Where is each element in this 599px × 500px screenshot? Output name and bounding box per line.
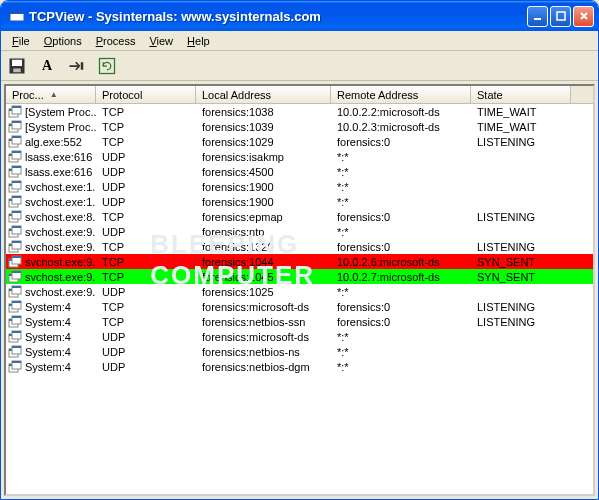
cell-local: forensics:1038: [196, 106, 331, 118]
cell-process: svchost.exe:1...: [6, 195, 96, 209]
save-button[interactable]: [7, 56, 27, 76]
cell-state: LISTENING: [471, 241, 571, 253]
column-header-row: Proc...▲ Protocol Local Address Remote A…: [6, 86, 593, 104]
table-row[interactable]: lsass.exe:616UDPforensics:4500*:*: [6, 164, 593, 179]
cell-process: System:4: [6, 300, 96, 314]
table-row[interactable]: System:4TCPforensics:microsoft-dsforensi…: [6, 299, 593, 314]
process-icon: [8, 135, 22, 149]
column-header-state[interactable]: State: [471, 86, 571, 103]
client-area: Proc...▲ Protocol Local Address Remote A…: [1, 81, 598, 499]
cell-protocol: TCP: [96, 316, 196, 328]
cell-protocol: UDP: [96, 226, 196, 238]
process-icon: [8, 360, 22, 374]
menu-options[interactable]: Options: [37, 33, 89, 49]
process-icon: [8, 180, 22, 194]
table-row[interactable]: alg.exe:552TCPforensics:1029forensics:0L…: [6, 134, 593, 149]
cell-process: svchost.exe:9...: [6, 255, 96, 269]
cell-protocol: TCP: [96, 241, 196, 253]
cell-protocol: UDP: [96, 166, 196, 178]
cell-remote: forensics:0: [331, 136, 471, 148]
svg-rect-28: [12, 166, 21, 168]
cell-remote: *:*: [331, 151, 471, 163]
cell-protocol: TCP: [96, 301, 196, 313]
cell-local: forensics:netbios-ns: [196, 346, 331, 358]
cell-local: forensics:ntp: [196, 226, 331, 238]
window-controls: [527, 6, 594, 27]
svg-rect-7: [81, 62, 84, 70]
minimize-button[interactable]: [527, 6, 548, 27]
cell-local: forensics:netbios-dgm: [196, 361, 331, 373]
cell-process: lsass.exe:616: [6, 150, 96, 164]
cell-remote: *:*: [331, 346, 471, 358]
cell-remote: forensics:0: [331, 301, 471, 313]
svg-rect-12: [12, 106, 21, 108]
cell-protocol: UDP: [96, 151, 196, 163]
cell-process: System:4: [6, 315, 96, 329]
table-row[interactable]: svchost.exe:1...UDPforensics:1900*:*: [6, 179, 593, 194]
table-row[interactable]: svchost.exe:1...UDPforensics:1900*:*: [6, 194, 593, 209]
connect-button[interactable]: [67, 56, 87, 76]
table-row[interactable]: System:4UDPforensics:netbios-dgm*:*: [6, 359, 593, 374]
cell-process: svchost.exe:9...: [6, 270, 96, 284]
process-icon: [8, 345, 22, 359]
cell-process: [System Proc...: [6, 120, 96, 134]
refresh-button[interactable]: [97, 56, 117, 76]
cell-process: svchost.exe:9...: [6, 225, 96, 239]
column-header-remote[interactable]: Remote Address: [331, 86, 471, 103]
cell-remote: 10.0.2.2:microsoft-ds: [331, 106, 471, 118]
app-icon: [9, 8, 25, 24]
table-row[interactable]: svchost.exe:9...TCPforensics:104410.0.2.…: [6, 254, 593, 269]
connect-icon: [67, 56, 87, 76]
table-row[interactable]: svchost.exe:8...TCPforensics:epmapforens…: [6, 209, 593, 224]
cell-local: forensics:1039: [196, 121, 331, 133]
table-row[interactable]: svchost.exe:9...TCPforensics:1320forensi…: [6, 239, 593, 254]
svg-rect-16: [12, 121, 21, 123]
process-icon: [8, 165, 22, 179]
cell-protocol: UDP: [96, 331, 196, 343]
table-row[interactable]: svchost.exe:9...UDPforensics:1025*:*: [6, 284, 593, 299]
svg-rect-64: [12, 301, 21, 303]
table-row[interactable]: System:4UDPforensics:netbios-ns*:*: [6, 344, 593, 359]
table-row[interactable]: System:4TCPforensics:netbios-ssnforensic…: [6, 314, 593, 329]
menu-view[interactable]: View: [142, 33, 180, 49]
cell-remote: *:*: [331, 196, 471, 208]
maximize-button[interactable]: [550, 6, 571, 27]
cell-protocol: UDP: [96, 346, 196, 358]
table-row[interactable]: [System Proc...TCPforensics:103910.0.2.3…: [6, 119, 593, 134]
column-header-protocol[interactable]: Protocol: [96, 86, 196, 103]
menu-process[interactable]: Process: [89, 33, 143, 49]
svg-rect-3: [557, 12, 565, 20]
cell-state: LISTENING: [471, 301, 571, 313]
connections-listview[interactable]: Proc...▲ Protocol Local Address Remote A…: [4, 84, 595, 496]
cell-local: forensics:1044: [196, 256, 331, 268]
svg-rect-68: [12, 316, 21, 318]
column-header-local[interactable]: Local Address: [196, 86, 331, 103]
cell-protocol: TCP: [96, 211, 196, 223]
window-title: TCPView - Sysinternals: www.sysinternals…: [29, 9, 527, 24]
cell-local: forensics:microsoft-ds: [196, 301, 331, 313]
close-button[interactable]: [573, 6, 594, 27]
process-icon: [8, 240, 22, 254]
titlebar[interactable]: TCPView - Sysinternals: www.sysinternals…: [1, 1, 598, 31]
font-button[interactable]: A: [37, 56, 57, 76]
cell-protocol: UDP: [96, 181, 196, 193]
cell-state: TIME_WAIT: [471, 106, 571, 118]
column-header-process[interactable]: Proc...▲: [6, 86, 96, 103]
menu-help[interactable]: Help: [180, 33, 217, 49]
svg-rect-48: [12, 241, 21, 243]
table-row[interactable]: svchost.exe:9...UDPforensics:ntp*:*: [6, 224, 593, 239]
table-row[interactable]: [System Proc...TCPforensics:103810.0.2.2…: [6, 104, 593, 119]
cell-local: forensics:epmap: [196, 211, 331, 223]
rows-container[interactable]: [System Proc...TCPforensics:103810.0.2.2…: [6, 104, 593, 494]
table-row[interactable]: lsass.exe:616UDPforensics:isakmp*:*: [6, 149, 593, 164]
menu-file[interactable]: File: [5, 33, 37, 49]
process-icon: [8, 120, 22, 134]
cell-state: LISTENING: [471, 136, 571, 148]
table-row[interactable]: System:4UDPforensics:microsoft-ds*:*: [6, 329, 593, 344]
cell-state: SYN_SENT: [471, 256, 571, 268]
svg-rect-32: [12, 181, 21, 183]
cell-local: forensics:1900: [196, 181, 331, 193]
svg-rect-36: [12, 196, 21, 198]
table-row[interactable]: svchost.exe:9...TCPforensics:104510.0.2.…: [6, 269, 593, 284]
process-icon: [8, 315, 22, 329]
